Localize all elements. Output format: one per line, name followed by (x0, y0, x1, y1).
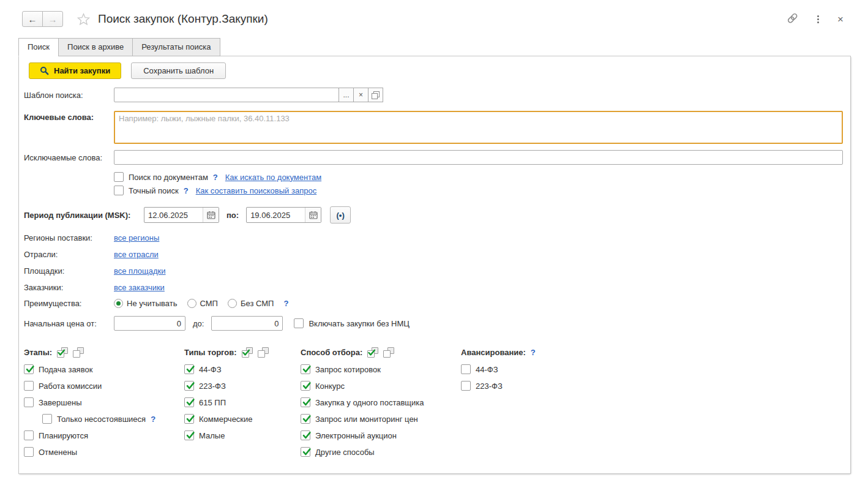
period-to-input[interactable] (247, 208, 305, 222)
checkbox-box[interactable] (461, 381, 471, 391)
filter-checkbox-item[interactable]: Другие способы (301, 446, 461, 457)
filter-checkbox-label[interactable]: 44-ФЗ (476, 365, 498, 374)
filter-checkbox-label[interactable]: 615 ПП (199, 398, 226, 407)
checkbox-box[interactable] (184, 364, 194, 374)
advantage-option-1[interactable]: Не учитывать (114, 299, 178, 308)
filter-checkbox-item[interactable]: Работа комиссии (24, 380, 184, 391)
link-icon[interactable] (786, 12, 799, 26)
checkbox-box[interactable] (24, 397, 34, 407)
filter-checkbox-label[interactable]: 223-ФЗ (199, 381, 226, 391)
period-picker-button[interactable]: (•) (330, 206, 351, 224)
period-from-input[interactable] (144, 208, 203, 222)
filter-checkbox-item[interactable]: Электронный аукцион (301, 430, 461, 441)
checkbox-box[interactable] (184, 430, 194, 440)
checkbox-box[interactable] (42, 414, 52, 424)
filter-checkbox-label[interactable]: Завершены (39, 398, 81, 407)
filter-checkbox-label[interactable]: Планируются (39, 431, 88, 440)
filter-checkbox-label[interactable]: Подача заявок (39, 365, 92, 374)
filter-checkbox-item[interactable]: Малые (184, 430, 301, 441)
filter-checkbox-item[interactable]: Отменены (24, 446, 184, 457)
radio-icon[interactable] (114, 299, 123, 308)
checkbox-box[interactable] (301, 364, 310, 374)
filter-checkbox-item[interactable]: Коммерческие (184, 413, 301, 424)
filter-checkbox-item[interactable]: Только несостоявшиеся? (42, 413, 184, 424)
advantage-option-label[interactable]: СМП (200, 299, 218, 308)
advantage-option-label[interactable]: Без СМП (241, 299, 274, 308)
exact-search-help-icon[interactable]: ? (184, 186, 189, 195)
item-help-icon[interactable]: ? (151, 415, 155, 424)
advantage-option-3[interactable]: Без СМП (228, 299, 274, 308)
doc-search-checkbox-box[interactable] (114, 172, 124, 182)
filter-checkbox-item[interactable]: 615 ПП (184, 397, 301, 408)
doc-search-help-icon[interactable]: ? (213, 173, 218, 182)
checkbox-box[interactable] (301, 397, 310, 407)
checkbox-box[interactable] (301, 381, 310, 391)
filter-checkbox-label[interactable]: Конкурс (315, 381, 345, 391)
checkbox-box[interactable] (24, 430, 34, 440)
checkbox-box[interactable] (461, 364, 471, 374)
forward-button[interactable]: → (42, 11, 63, 27)
template-clear-button[interactable]: × (353, 88, 369, 102)
more-menu-icon[interactable] (816, 14, 820, 24)
filter-checkbox-label[interactable]: Отменены (39, 448, 77, 457)
close-icon[interactable]: × (837, 14, 844, 24)
checkbox-box[interactable] (301, 414, 310, 424)
exact-search-howto-link[interactable]: Как составить поисковый запрос (196, 186, 316, 195)
uncheck-all-icon[interactable] (73, 347, 84, 358)
uncheck-all-icon[interactable] (383, 347, 394, 358)
check-all-icon[interactable] (57, 347, 68, 358)
filter-checkbox-item[interactable]: 223-ФЗ (461, 380, 536, 391)
advantage-option-2[interactable]: СМП (187, 299, 218, 308)
checkbox-box[interactable] (184, 397, 194, 407)
exact-search-checkbox-box[interactable] (114, 186, 124, 195)
uncheck-all-icon[interactable] (258, 347, 269, 358)
advantage-option-label[interactable]: Не учитывать (127, 299, 178, 308)
find-purchases-button[interactable]: Найти закупки (29, 62, 121, 79)
exact-search-label[interactable]: Точный поиск (129, 186, 179, 195)
filter-checkbox-label[interactable]: Работа комиссии (39, 381, 102, 391)
include-no-nmc-checkbox-box[interactable] (294, 318, 304, 328)
advantages-help-icon[interactable]: ? (283, 299, 288, 308)
filter-checkbox-item[interactable]: Завершены (24, 397, 184, 408)
doc-search-label[interactable]: Поиск по документам (129, 173, 208, 182)
filter-checkbox-label[interactable]: 223-ФЗ (476, 381, 503, 391)
tab-3[interactable]: Результаты поиска (132, 38, 220, 56)
filter-checkbox-label[interactable]: Запрос или мониторинг цен (315, 415, 418, 424)
regions-link[interactable]: все регионы (114, 233, 159, 242)
doc-search-checkbox[interactable]: Поиск по документам ? (114, 172, 218, 182)
filter-checkbox-item[interactable]: Планируются (24, 430, 184, 441)
platforms-link[interactable]: все площадки (114, 266, 166, 276)
filter-checkbox-item[interactable]: Подача заявок (24, 364, 184, 375)
filter-checkbox-label[interactable]: Другие способы (315, 448, 375, 457)
filter-checkbox-item[interactable]: Закупка у одного поставщика (301, 397, 461, 408)
exact-search-checkbox[interactable]: Точный поиск ? (114, 186, 189, 195)
customers-link[interactable]: все заказчики (114, 283, 165, 292)
doc-search-howto-link[interactable]: Как искать по документам (225, 173, 321, 182)
filter-checkbox-label[interactable]: Электронный аукцион (315, 431, 397, 440)
checkbox-box[interactable] (184, 414, 194, 424)
price-to-input[interactable] (211, 316, 283, 331)
filter-checkbox-item[interactable]: Запрос котировок (301, 364, 461, 375)
filter-checkbox-label[interactable]: Запрос котировок (315, 365, 381, 374)
filter-checkbox-item[interactable]: 44-ФЗ (461, 364, 536, 375)
keywords-input[interactable] (114, 111, 843, 144)
filter-checkbox-label[interactable]: Коммерческие (199, 415, 253, 424)
industries-link[interactable]: все отрасли (114, 250, 159, 259)
filter-checkbox-label[interactable]: Закупка у одного поставщика (315, 398, 424, 407)
include-no-nmc-checkbox[interactable]: Включать закупки без НМЦ (294, 318, 409, 328)
radio-icon[interactable] (187, 299, 196, 308)
filter-checkbox-item[interactable]: 223-ФЗ (184, 380, 301, 391)
radio-icon[interactable] (228, 299, 237, 308)
checkbox-box[interactable] (24, 364, 34, 374)
filter-checkbox-label[interactable]: Только несостоявшиеся (57, 415, 146, 424)
checkbox-box[interactable] (301, 430, 310, 440)
filter-checkbox-label[interactable]: 44-ФЗ (199, 365, 222, 374)
calendar-icon[interactable] (305, 208, 321, 222)
template-open-icon[interactable] (368, 88, 383, 102)
include-no-nmc-label[interactable]: Включать закупки без НМЦ (309, 319, 409, 328)
excluded-input[interactable] (114, 150, 843, 165)
checkbox-box[interactable] (184, 381, 194, 391)
calendar-icon[interactable] (203, 208, 219, 222)
checkbox-box[interactable] (24, 381, 34, 391)
price-from-input[interactable] (114, 316, 185, 331)
